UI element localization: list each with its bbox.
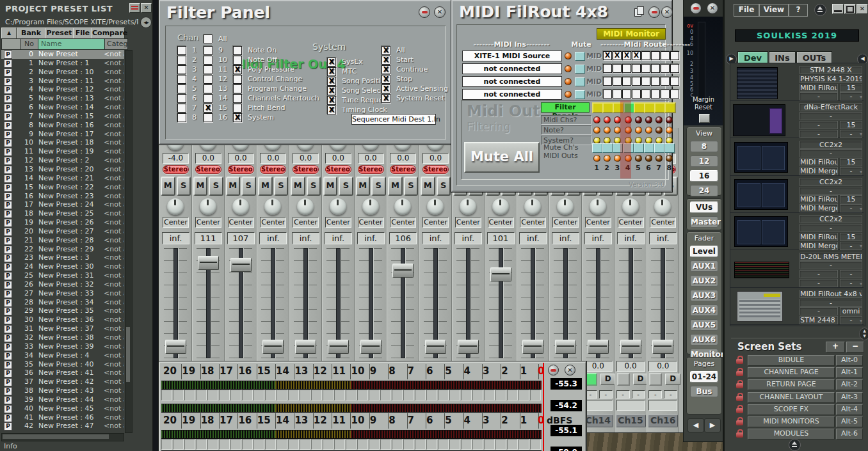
channel-checkbox[interactable] [204,75,213,84]
screen-set-key-button[interactable]: Alt-2 [836,379,863,390]
route-checkbox[interactable] [603,77,612,86]
page-button[interactable]: 01-24 [690,371,718,383]
close-icon[interactable]: ✕ [434,6,446,18]
route-checkbox[interactable] [641,77,650,86]
expand-icon[interactable]: ▾ [860,318,862,324]
fader-handle[interactable] [522,340,543,354]
preset-row[interactable]: P7New Preset : 15<not ass [1,112,124,121]
copy-icon[interactable] [634,6,644,16]
fader-handle[interactable] [230,258,252,272]
fader-mode-button[interactable]: AUX3 [690,290,718,301]
pan-knob[interactable] [330,198,346,215]
fader-handle[interactable] [392,264,414,278]
stereo-button[interactable]: Stereo [325,165,351,174]
mute-button[interactable] [575,90,585,99]
mute-channel-button[interactable] [644,143,654,153]
channel-checkbox[interactable] [177,65,186,74]
route-checkbox[interactable] [651,51,660,60]
mute-button[interactable]: M [388,177,403,196]
route-checkbox[interactable] [613,90,622,99]
fader-mode-button[interactable]: AUX6 [690,334,718,345]
route-checkbox[interactable] [622,51,631,60]
solo-button[interactable]: S [209,177,223,196]
eject-icon[interactable] [789,439,801,451]
preset-row[interactable]: P8New Preset : 16<not ass [1,121,124,130]
stereo-button[interactable]: Stereo [390,165,416,174]
preset-row[interactable]: P25New Preset : 31<not ass [1,271,124,280]
preset-row[interactable]: P41New Preset : 46<not ass [1,413,124,422]
minimize-icon[interactable] [648,6,660,18]
bank-button[interactable]: Bank [17,28,45,39]
fader-mode-button[interactable]: Level [690,246,718,257]
screen-set-name-button[interactable]: BIDULE [748,355,835,366]
channel-checkbox[interactable] [204,94,213,103]
fader-mode-button[interactable]: AUX5 [690,319,718,331]
route-checkbox[interactable] [661,51,670,60]
preset-row[interactable]: P18New Preset : 25<not ass [1,209,124,218]
expand-icon[interactable]: ▾ [860,94,862,100]
file-button[interactable]: File [73,28,92,39]
pan-knob[interactable] [167,198,184,215]
preset-row[interactable]: P24New Preset : 30<not ass [1,262,124,271]
mute-button[interactable]: M [193,177,208,196]
screen-set-name-button[interactable]: RETURN PAGE [748,379,835,390]
filter-checkbox[interactable] [233,104,242,113]
channel-checkbox[interactable] [177,84,186,93]
midi-in-source-field[interactable]: not connected [462,63,562,74]
pan-knob[interactable] [622,198,639,215]
screen-set-name-button[interactable]: CHANNEL LAYOUT [748,392,835,403]
filter-checkbox[interactable] [233,46,242,55]
minimize-icon[interactable] [129,3,140,13]
pan-knob[interactable] [362,198,379,215]
route-checkbox[interactable] [670,77,679,86]
fader-mode-button[interactable]: AUX1 [690,260,718,272]
pan-knob[interactable] [557,198,574,215]
scrollbar-thumb[interactable] [126,327,130,382]
route-checkbox[interactable] [603,90,612,99]
fader-handle[interactable] [588,340,609,354]
preset-row[interactable]: P1New Preset : 1<not ass [1,59,124,68]
mute-button[interactable] [575,77,585,86]
mute-button[interactable]: M [356,177,371,196]
route-checkbox[interactable] [613,51,622,60]
solo-button[interactable]: S [371,177,386,196]
preset-row[interactable]: P32New Preset : 38<not ass [1,333,124,342]
device-entry[interactable]: CC2x2-MIDI FilRout15MIDI Merger-▾ [730,139,864,176]
device-entry[interactable]: MIDI FilRout 4x8 v3--omniSTM 2448 X-▾ [730,289,864,325]
route-checkbox[interactable] [622,77,631,86]
stereo-button[interactable]: Stereo [293,165,319,174]
channel-d-button[interactable]: D [600,374,616,385]
route-checkbox[interactable] [641,90,650,99]
fader-handle[interactable] [328,340,349,354]
system-checkbox[interactable] [382,84,390,93]
view-menu[interactable]: View [759,4,789,17]
mute-button[interactable] [575,65,585,74]
route-checkbox[interactable] [670,90,679,99]
stereo-button[interactable]: Stereo [358,165,384,174]
fader-handle[interactable] [262,340,284,354]
screen-set-name-button[interactable]: MODULES [748,429,835,439]
channel-all-checkbox[interactable] [204,35,213,44]
stereo-button[interactable]: Stereo [422,165,449,174]
route-checkbox[interactable] [641,64,650,73]
filter-checkbox[interactable] [233,94,242,103]
pan-knob[interactable] [427,198,444,215]
column-header-name[interactable]: Name [38,38,108,50]
mute-button[interactable]: M [258,177,273,196]
compare-button[interactable]: Compare [92,28,125,39]
preset-row[interactable]: P0New Preset<not ass [1,50,124,59]
page-next-button[interactable]: ▶ [704,418,721,432]
system-checkbox[interactable] [327,86,336,95]
eject-icon[interactable] [814,4,826,16]
fader-mode-button[interactable]: AUX2 [690,275,718,287]
preset-row[interactable]: P9New Preset : 17<not ass [1,130,124,139]
device-entry[interactable]: CC2x2-MIDI FilRout15MIDI Merger-▾ [730,177,864,213]
mute-button[interactable]: M [421,177,435,196]
screen-set-row[interactable]: CHANNEL LAYOUTAlt-3 [731,392,863,402]
route-checkbox[interactable] [613,77,622,86]
preset-row[interactable]: P27New Preset : 33<not ass [1,289,124,298]
pan-knob[interactable] [297,198,314,215]
preset-row[interactable]: P15New Preset : 22<not ass [1,183,124,192]
master-button[interactable]: Master [690,216,718,228]
route-checkbox[interactable] [622,64,631,73]
